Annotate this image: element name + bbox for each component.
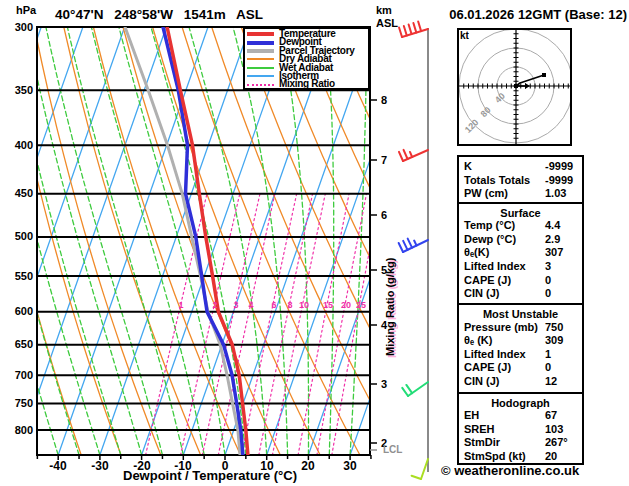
mixing-ratio-label: 25 xyxy=(356,300,366,310)
hodograph-ring-label: 120 xyxy=(463,117,481,135)
temperature-axis-title: Dewpoint / Temperature (°C) xyxy=(60,468,360,483)
altitude-unit-asl-label: ASL xyxy=(376,17,398,29)
wind-barb xyxy=(399,150,428,161)
pressure-tick-label: 600 xyxy=(0,305,33,317)
table-row-label: θₑ(K) xyxy=(464,246,489,258)
table-row-label: CAPE (J) xyxy=(464,361,511,373)
table-section-header: Hodograph xyxy=(459,397,582,409)
legend-swatch-dotted xyxy=(247,84,274,86)
skewt-sounding-screenshot: hPa 40°47'N 248°58'W 1541m ASL km ASL 06… xyxy=(0,0,629,486)
legend-swatch-solid xyxy=(247,49,274,53)
table-row-value: 12 xyxy=(545,375,557,387)
table-row-value: 67 xyxy=(545,409,557,421)
table-row-value: -9999 xyxy=(545,160,573,172)
table-row-label: Totals Totals xyxy=(464,174,530,186)
mixing-ratio-line xyxy=(272,194,325,455)
km-tick-label: 3 xyxy=(381,378,387,390)
table-section-header: Surface xyxy=(459,207,582,219)
legend-swatch-solid xyxy=(247,75,274,77)
copyright-label: © weatheronline.co.uk xyxy=(441,463,579,478)
mixing-ratio-label: 8 xyxy=(287,300,292,310)
table-row-label: K xyxy=(464,160,472,172)
legend-swatch-solid xyxy=(247,32,274,36)
mixing-ratio-label: 15 xyxy=(323,300,333,310)
table-section-divider xyxy=(459,303,582,305)
table-row-label: Temp (°C) xyxy=(464,219,515,231)
mixing-ratio-label: 10 xyxy=(299,300,309,310)
table-section-header: Most Unstable xyxy=(459,308,582,320)
pressure-tick-label: 400 xyxy=(0,139,33,151)
legend-swatch-solid xyxy=(247,67,274,69)
table-row-value: 1 xyxy=(545,348,551,360)
mixing-ratio-line xyxy=(242,194,297,455)
table-row-label: CIN (J) xyxy=(464,375,499,387)
table-row-value: 4.4 xyxy=(545,219,560,231)
table-row-label: CIN (J) xyxy=(464,287,499,299)
table-row-label: Dewp (°C) xyxy=(464,233,516,245)
mixing-ratio-axis-title: Mixing Ratio (g/kg) xyxy=(384,258,396,356)
mixing-ratio-label: 3 xyxy=(233,300,238,310)
pressure-tick-label: 800 xyxy=(0,424,33,436)
table-row-label: StmDir xyxy=(464,436,500,448)
km-tick-label: 6 xyxy=(381,209,387,221)
legend-swatch-solid xyxy=(247,58,274,60)
legend-item: Mixing Ratio xyxy=(247,80,368,88)
table-row-value: 0 xyxy=(545,361,551,373)
km-tick-label: 8 xyxy=(381,94,387,106)
wet-adiabat-line xyxy=(413,27,459,455)
mixing-ratio-line xyxy=(259,194,313,455)
wind-barb xyxy=(399,239,428,252)
table-row-value: 2.9 xyxy=(545,233,560,245)
table-row-label: Lifted Index xyxy=(464,260,526,272)
pressure-tick-label: 550 xyxy=(0,270,33,282)
wind-barb xyxy=(412,459,428,479)
datetime-label: 06.01.2026 12GMT (Base: 12) xyxy=(449,7,627,22)
table-section-divider xyxy=(459,392,582,394)
storm-motion-arrowhead xyxy=(525,83,530,89)
table-row-label: Lifted Index xyxy=(464,348,526,360)
pressure-tick-label: 650 xyxy=(0,338,33,350)
table-row-label: θₑ (K) xyxy=(464,334,492,346)
table-section-divider xyxy=(459,202,582,204)
table-row-label: PW (cm) xyxy=(464,187,508,199)
mixing-ratio-label: 1 xyxy=(178,300,183,310)
hodograph-ring-label: 80 xyxy=(479,105,493,119)
pressure-tick-label: 500 xyxy=(0,230,33,242)
km-tick-label: 7 xyxy=(381,154,387,166)
table-row-label: EH xyxy=(464,409,479,421)
table-row-value: 0 xyxy=(545,287,551,299)
wet-adiabat-line xyxy=(371,27,401,455)
table-row-value: 1.03 xyxy=(545,187,566,199)
mixing-ratio-label: 4 xyxy=(248,300,253,310)
mixing-ratio-label: 2 xyxy=(212,300,217,310)
mixing-ratio-label: 6 xyxy=(271,300,276,310)
legend: TemperatureDewpointParcel TrajectoryDry … xyxy=(243,27,370,90)
table-row-value: 20 xyxy=(545,450,557,462)
hodograph-trace-end-dot xyxy=(542,73,546,77)
pressure-tick-label: 450 xyxy=(0,187,33,199)
legend-item-label: Mixing Ratio xyxy=(279,80,335,88)
table-row-value: 3 xyxy=(545,260,551,272)
legend-swatch-solid xyxy=(247,41,274,45)
pressure-tick-label: 350 xyxy=(0,84,33,96)
mixing-ratio-line xyxy=(202,194,260,455)
table-row-label: StmSpd (kt) xyxy=(464,450,526,462)
table-row-value: -9999 xyxy=(545,174,573,186)
table-row-label: CAPE (J) xyxy=(464,274,511,286)
pressure-unit-label: hPa xyxy=(16,4,36,16)
table-row-value: 750 xyxy=(545,321,563,333)
lcl-marker-label: LCL xyxy=(383,444,402,455)
table-row-value: 309 xyxy=(545,334,563,346)
wind-barb xyxy=(402,382,428,396)
table-row-label: Pressure (mb) xyxy=(464,321,538,333)
mixing-ratio-label: 20 xyxy=(341,300,351,310)
table-row-value: 307 xyxy=(545,246,563,258)
hodograph-ring-label: 40 xyxy=(493,91,507,105)
indices-table: K-9999Totals Totals-9999PW (cm)1.03Surfa… xyxy=(457,155,584,465)
table-row-value: 267° xyxy=(545,436,568,448)
hodograph-unit-label: kt xyxy=(460,30,469,41)
pressure-tick-label: 700 xyxy=(0,369,33,381)
pressure-tick-label: 300 xyxy=(0,21,33,33)
pressure-tick-label: 750 xyxy=(0,397,33,409)
station-title: 40°47'N 248°58'W 1541m ASL xyxy=(55,7,263,22)
